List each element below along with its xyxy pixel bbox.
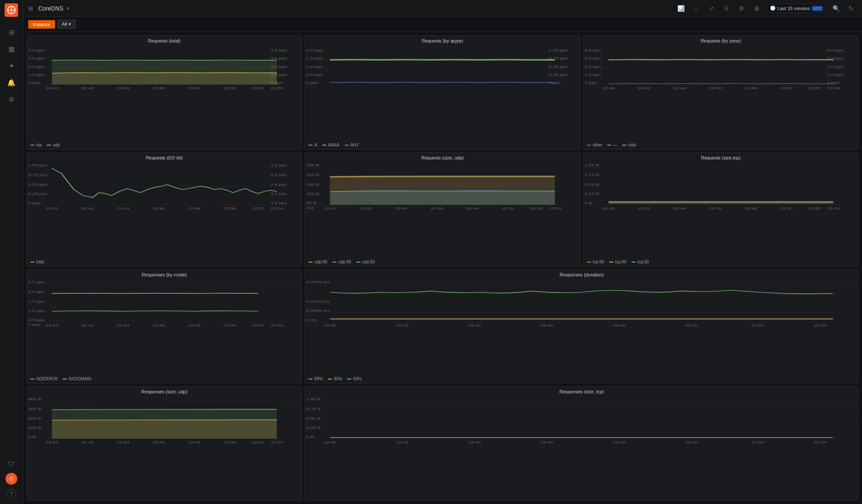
explore-icon[interactable]: ✦ (4, 58, 19, 73)
svg-text:200 B: 200 B (306, 173, 319, 176)
panel-responses-size-udp: Responses (size, udp) 400 B 300 B 200 B … (27, 386, 302, 501)
topbar-grid-icon: ⊞ (28, 5, 33, 12)
chart-wrapper-size-tcp: 1.00 B 0.75 B 0.50 B 0.25 B 0 B 22:40 22… (584, 161, 858, 258)
svg-text:4.0 pps: 4.0 pps (271, 48, 287, 52)
grid-icon[interactable]: ⊞ (4, 24, 19, 40)
filterbar: Instance All ▾ (23, 17, 862, 32)
svg-text:22:42: 22:42 (81, 86, 94, 90)
app-logo[interactable] (5, 3, 18, 17)
shield-icon[interactable]: 🛡 (4, 457, 19, 472)
share-btn[interactable]: ↗ (706, 3, 717, 14)
panel-title-requests-total: Requests (total) (27, 36, 302, 44)
legend-item-tcp: tcp (30, 143, 42, 147)
svg-text:22:50: 22:50 (780, 86, 793, 90)
all-filter-btn[interactable]: All ▾ (58, 20, 76, 29)
svg-text:22:44: 22:44 (673, 207, 686, 210)
svg-text:22:44: 22:44 (117, 207, 130, 210)
svg-text:22:54: 22:54 (549, 207, 561, 210)
svg-text:200 B: 200 B (28, 416, 41, 420)
svg-text:0.75 pps: 0.75 pps (28, 173, 48, 176)
instance-filter-btn[interactable]: Instance (28, 20, 55, 29)
svg-text:22:48: 22:48 (745, 207, 757, 210)
svg-text:22:46: 22:46 (152, 207, 165, 210)
dashboard-icon[interactable]: ▦ (4, 41, 19, 56)
svg-text:22:52: 22:52 (252, 86, 265, 90)
utc-badge: UTC (812, 6, 823, 11)
svg-text:1.00 pps: 1.00 pps (549, 48, 568, 52)
help-icon[interactable]: ? (7, 489, 16, 498)
svg-text:22:44: 22:44 (469, 440, 481, 444)
legend-duration: 99% 90% 50% (305, 375, 858, 383)
svg-text:22:50: 22:50 (224, 86, 236, 90)
svg-text:3.0 pps: 3.0 pps (271, 57, 287, 60)
svg-text:22:50: 22:50 (502, 207, 515, 210)
svg-text:0.5 pps: 0.5 pps (306, 73, 323, 76)
legend-item-udp: udp (47, 143, 60, 147)
time-range-picker[interactable]: 🕐 Last 15 minutes UTC (766, 4, 827, 13)
svg-text:0.25 B: 0.25 B (585, 192, 599, 195)
legend-requests-total: tcp udp (27, 141, 302, 149)
svg-text:22:42: 22:42 (396, 324, 409, 327)
svg-text:22:48: 22:48 (613, 324, 626, 327)
svg-text:1.5 pps: 1.5 pps (28, 300, 45, 303)
svg-text:22:48: 22:48 (188, 440, 201, 444)
chart-area-resp-size-udp: 400 B 300 B 200 B 100 B 0 B 22:40 22: (27, 395, 302, 496)
svg-text:1.0 pps: 1.0 pps (306, 65, 323, 68)
svg-text:0.0010 ms: 0.0010 ms (306, 300, 330, 303)
monitor-btn[interactable]: 🖥 (751, 3, 763, 14)
svg-text:4.0 pps: 4.0 pps (28, 48, 45, 52)
svg-text:22:50: 22:50 (780, 207, 793, 210)
svg-text:300 B: 300 B (28, 407, 41, 410)
svg-text:2.0 pps: 2.0 pps (306, 48, 323, 52)
svg-text:1.5 pps: 1.5 pps (306, 57, 323, 60)
svg-text:0 pps: 0 pps (306, 81, 318, 84)
svg-text:22:40: 22:40 (602, 86, 615, 90)
svg-text:22:52: 22:52 (252, 207, 265, 210)
svg-text:22:52: 22:52 (751, 440, 764, 444)
panel-title-requests-qtype: Requests (by qtype) (305, 36, 580, 44)
avatar[interactable]: G (5, 473, 17, 485)
legend-resp-size-tcp (305, 496, 858, 500)
app-title: CoreDNS (38, 5, 64, 12)
settings-btn[interactable]: ⚙ (736, 3, 748, 14)
panel-requests-size-udp: Requests (size, udp) 250 B 200 B 150 B 1… (305, 152, 580, 267)
svg-text:1.0 pps: 1.0 pps (585, 73, 601, 76)
time-label: Last 15 minutes (777, 6, 810, 11)
copy-btn[interactable]: ⎘ (721, 3, 732, 14)
svg-text:22:48: 22:48 (188, 207, 201, 210)
svg-text:22:54: 22:54 (827, 86, 840, 90)
svg-text:22:52: 22:52 (252, 324, 265, 327)
svg-text:0.0005 ms: 0.0005 ms (306, 309, 330, 312)
chart-svg-rcode: 2.5 pps 2.0 pps 1.5 pps 1.0 pps 0.5 pps … (27, 278, 302, 331)
svg-text:22:48: 22:48 (188, 86, 201, 90)
settings-icon[interactable]: ⚙ (4, 92, 19, 107)
svg-text:2.0 pps: 2.0 pps (28, 65, 45, 68)
svg-text:0 ms: 0 ms (306, 318, 317, 321)
svg-text:22:46: 22:46 (152, 86, 165, 90)
svg-text:2.8 pps: 2.8 pps (271, 183, 287, 186)
refresh-btn[interactable]: ↻ (845, 3, 857, 14)
svg-text:22:54: 22:54 (271, 324, 283, 327)
chart-type-btn[interactable]: 📊 (675, 3, 687, 14)
legend-requests-qtype: A AAAA ANY (305, 141, 580, 149)
svg-text:22:46: 22:46 (709, 207, 721, 210)
svg-text:22:42: 22:42 (81, 207, 94, 210)
svg-text:100 B: 100 B (306, 192, 319, 195)
chart-area-dobit: 1.00 pps 0.75 pps 0.50 pps 0.25 pps 0 pp… (27, 161, 302, 258)
svg-text:4.0 pps: 4.0 pps (827, 48, 843, 52)
search-btn[interactable]: 🔍 (830, 3, 842, 14)
app-chevron[interactable]: ▾ (67, 5, 69, 11)
star-btn[interactable]: ☆ (690, 3, 702, 14)
chart-wrapper-rcode: 2.5 pps 2.0 pps 1.5 pps 1.0 pps 0.5 pps … (27, 278, 302, 375)
svg-text:22:46: 22:46 (541, 440, 554, 444)
svg-text:1.0 pps: 1.0 pps (28, 73, 45, 76)
svg-text:0 pps: 0 pps (28, 201, 40, 204)
svg-text:22:52: 22:52 (751, 324, 764, 327)
svg-text:0 pps: 0 pps (28, 323, 40, 326)
svg-text:22:52: 22:52 (808, 207, 821, 210)
panel-requests-total: Requests (total) 4.0 pps 3.0 pps 2.0 pps (27, 35, 302, 150)
svg-text:0 B: 0 B (306, 435, 314, 438)
alert-icon[interactable]: 🔔 (4, 75, 19, 90)
svg-text:0.50 B: 0.50 B (306, 416, 321, 420)
chart-area-size-tcp: 1.00 B 0.75 B 0.50 B 0.25 B 0 B 22:40 22… (584, 161, 858, 258)
